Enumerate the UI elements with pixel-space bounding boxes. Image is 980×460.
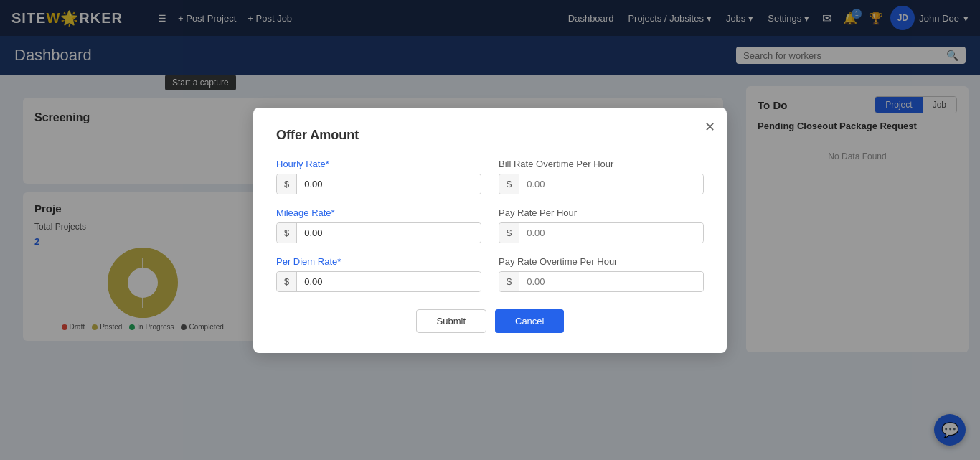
pay-rate-ot-input-group: $	[499, 271, 704, 292]
pay-rate-ot-group: Pay Rate Overtime Per Hour $	[499, 256, 704, 292]
modal-form-grid: Hourly Rate* $ Bill Rate Overtime Per Ho…	[276, 159, 704, 292]
modal-close-button[interactable]: ✕	[705, 119, 715, 135]
pay-rate-label: Pay Rate Per Hour	[499, 207, 704, 218]
mileage-rate-label: Mileage Rate*	[276, 207, 481, 218]
pay-rate-input[interactable]	[519, 223, 703, 243]
bill-rate-ot-input-group: $	[499, 174, 704, 194]
dollar-sign-pay-ot: $	[499, 272, 519, 291]
hourly-rate-input[interactable]	[297, 174, 481, 194]
mileage-rate-input-group: $	[276, 222, 481, 243]
modal: Offer Amount ✕ Hourly Rate* $ Bill Rate …	[253, 108, 727, 353]
pay-rate-group: Pay Rate Per Hour $	[499, 207, 704, 243]
modal-footer: Submit Cancel	[276, 309, 704, 333]
cancel-button[interactable]: Cancel	[495, 309, 564, 333]
hourly-rate-group: Hourly Rate* $	[276, 159, 481, 194]
pay-rate-input-group: $	[499, 222, 704, 243]
bill-rate-ot-group: Bill Rate Overtime Per Hour $	[499, 159, 704, 194]
dollar-sign-hourly: $	[277, 174, 297, 194]
hourly-rate-input-group: $	[276, 174, 481, 194]
hourly-rate-label: Hourly Rate*	[276, 159, 481, 169]
per-diem-group: Per Diem Rate* $	[276, 256, 481, 292]
mileage-rate-group: Mileage Rate* $	[276, 207, 481, 243]
mileage-rate-input[interactable]	[297, 223, 481, 243]
dollar-sign-mileage: $	[277, 223, 297, 243]
submit-button[interactable]: Submit	[416, 309, 486, 333]
per-diem-label: Per Diem Rate*	[276, 256, 481, 267]
dollar-sign-bill-ot: $	[499, 174, 519, 194]
dollar-sign-perdiem: $	[277, 272, 297, 291]
modal-overlay[interactable]: Offer Amount ✕ Hourly Rate* $ Bill Rate …	[0, 0, 980, 460]
dollar-sign-pay: $	[499, 223, 519, 243]
per-diem-input[interactable]	[297, 272, 481, 291]
modal-title: Offer Amount	[276, 128, 704, 143]
bill-rate-ot-input[interactable]	[519, 174, 703, 194]
pay-rate-ot-label: Pay Rate Overtime Per Hour	[499, 256, 704, 267]
pay-rate-ot-input[interactable]	[519, 272, 703, 291]
per-diem-input-group: $	[276, 271, 481, 292]
bill-rate-ot-label: Bill Rate Overtime Per Hour	[499, 159, 704, 169]
